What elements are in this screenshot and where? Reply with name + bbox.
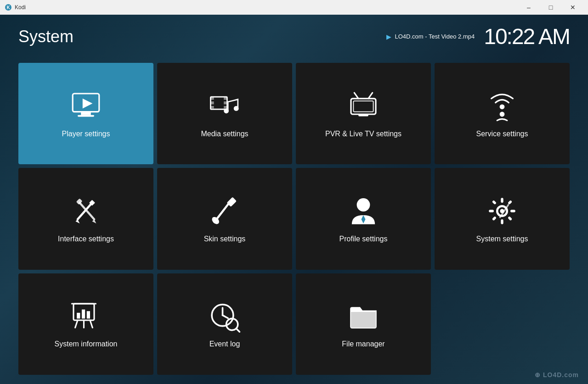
maximize-button[interactable]: □ — [540, 0, 561, 15]
pvr-settings-icon — [347, 89, 380, 122]
svg-rect-10 — [210, 106, 214, 108]
media-settings-icon — [208, 89, 241, 122]
svg-rect-40 — [492, 200, 497, 205]
svg-rect-37 — [501, 219, 503, 224]
minimize-button[interactable]: – — [518, 0, 539, 15]
skin-settings-label: Skin settings — [204, 235, 246, 243]
svg-marker-24 — [76, 219, 80, 223]
corner-watermark: ⊕ LO4D.com — [535, 371, 579, 378]
svg-rect-41 — [508, 216, 512, 221]
svg-rect-17 — [353, 101, 373, 111]
svg-marker-6 — [83, 98, 93, 108]
clock-display: 10:22 AM — [484, 24, 570, 49]
app-icon: K — [5, 4, 12, 11]
system-information-label: System information — [55, 340, 118, 348]
grid-item-interface-settings[interactable]: Interface settings — [18, 168, 153, 269]
svg-rect-9 — [210, 101, 214, 104]
svg-point-21 — [500, 104, 505, 109]
now-playing: ▶ LO4D.com - Test Video 2.mp4 — [386, 33, 475, 40]
svg-rect-42 — [492, 216, 497, 221]
svg-rect-39 — [510, 210, 515, 212]
event-log-icon — [208, 300, 241, 333]
svg-rect-20 — [358, 114, 368, 117]
service-settings-label: Service settings — [476, 130, 528, 138]
interface-settings-icon — [69, 195, 102, 228]
page-title: System — [18, 27, 74, 46]
svg-rect-4 — [81, 111, 91, 115]
svg-rect-11 — [224, 97, 227, 100]
svg-line-23 — [78, 203, 92, 219]
svg-rect-46 — [77, 313, 80, 319]
event-log-label: Event log — [209, 340, 240, 348]
svg-rect-36 — [501, 198, 503, 203]
service-settings-icon — [486, 89, 519, 122]
grid-item-system-settings[interactable]: System settings — [435, 168, 570, 269]
system-settings-icon — [486, 195, 519, 228]
profile-settings-label: Profile settings — [339, 235, 388, 243]
svg-marker-28 — [92, 219, 96, 223]
settings-grid: Player settings Media settings — [18, 63, 570, 375]
grid-item-system-information[interactable]: System information — [18, 273, 153, 375]
svg-line-49 — [75, 320, 78, 328]
svg-line-55 — [223, 316, 228, 318]
media-settings-label: Media settings — [201, 130, 248, 138]
file-manager-label: File manager — [342, 340, 384, 348]
system-information-icon — [69, 300, 102, 333]
pvr-settings-label: PVR & Live TV settings — [325, 130, 401, 138]
grid-item-player-settings[interactable]: Player settings — [18, 63, 153, 164]
grid-item-event-log[interactable]: Event log — [157, 273, 292, 375]
app-title: Kodi — [15, 4, 518, 11]
page-header: System ▶ LO4D.com - Test Video 2.mp4 10:… — [18, 24, 570, 49]
svg-line-50 — [90, 320, 92, 328]
grid-item-empty — [435, 273, 570, 375]
grid-item-service-settings[interactable]: Service settings — [435, 63, 570, 164]
grid-item-profile-settings[interactable]: Profile settings — [296, 168, 431, 269]
svg-rect-13 — [224, 106, 227, 108]
svg-text:K: K — [6, 5, 10, 10]
svg-rect-5 — [78, 115, 94, 117]
svg-point-15 — [234, 106, 239, 111]
profile-settings-icon — [347, 195, 380, 228]
window-controls: – □ ✕ — [518, 0, 583, 15]
skin-settings-icon — [208, 195, 241, 228]
svg-rect-43 — [508, 200, 512, 205]
svg-line-19 — [368, 93, 373, 99]
system-settings-label: System settings — [476, 235, 528, 243]
interface-settings-label: Interface settings — [58, 235, 114, 243]
svg-rect-8 — [210, 97, 214, 100]
player-settings-icon — [69, 89, 102, 122]
svg-rect-38 — [489, 210, 494, 212]
grid-item-file-manager[interactable]: File manager — [296, 273, 431, 375]
close-button[interactable]: ✕ — [562, 0, 583, 15]
play-icon: ▶ — [386, 33, 391, 40]
header-right: ▶ LO4D.com - Test Video 2.mp4 10:22 AM — [386, 24, 570, 49]
title-bar: K Kodi – □ ✕ — [0, 0, 588, 15]
svg-rect-47 — [82, 310, 85, 319]
grid-item-skin-settings[interactable]: Skin settings — [157, 168, 292, 269]
grid-item-pvr-settings[interactable]: PVR & Live TV settings — [296, 63, 431, 164]
grid-item-media-settings[interactable]: Media settings — [157, 63, 292, 164]
svg-line-57 — [236, 328, 239, 332]
svg-point-14 — [224, 108, 229, 113]
svg-line-18 — [354, 93, 358, 99]
now-playing-text: LO4D.com - Test Video 2.mp4 — [395, 33, 475, 40]
svg-rect-48 — [87, 312, 90, 319]
player-settings-label: Player settings — [62, 130, 110, 138]
svg-point-22 — [500, 111, 505, 117]
file-manager-icon — [347, 300, 380, 333]
main-content: LO4D.com System ▶ LO4D.com - Test Video … — [0, 15, 588, 384]
svg-rect-12 — [224, 101, 227, 104]
svg-point-32 — [357, 198, 370, 211]
